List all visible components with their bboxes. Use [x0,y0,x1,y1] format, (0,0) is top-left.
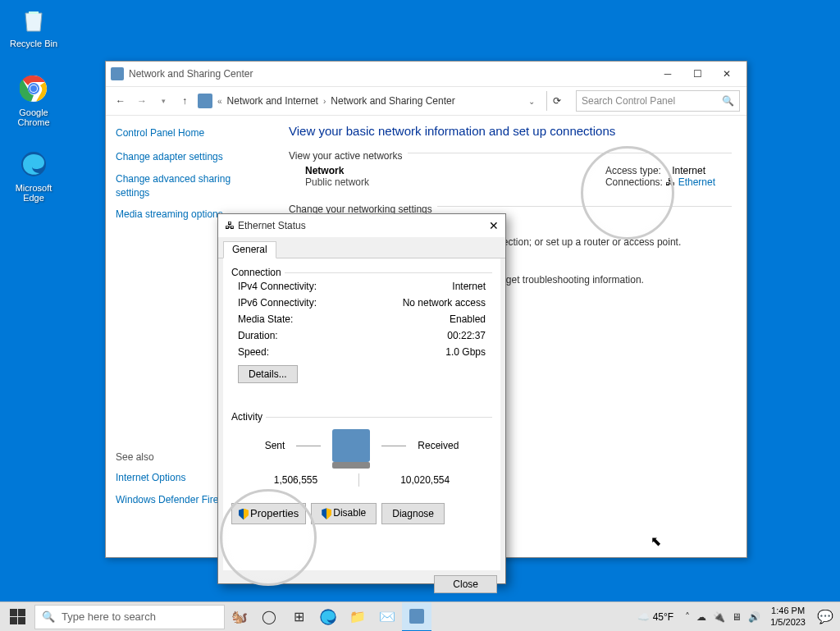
location-icon [198,94,212,108]
search-icon: 🔍 [42,610,55,623]
received-label: Received [418,440,459,451]
speed-value: 1.0 Gbps [445,346,486,358]
connections-label: Connections: [605,176,663,188]
network-type: Public network [305,176,369,188]
label: Google Chrome [17,107,49,127]
nav-bar: ← → ▾ ↑ « Network and Internet › Network… [106,86,746,116]
system-tray[interactable]: ˄ ☁ 🔌 🖥 🔊 [680,611,765,623]
chrome-icon [17,72,50,105]
minimize-button[interactable]: ─ [653,64,682,84]
close-button[interactable]: ✕ [712,64,742,84]
tray-onedrive-icon[interactable]: ☁ [696,611,706,623]
taskbar-explorer-icon[interactable]: 📁 [343,602,372,632]
connection-group-label: Connection [231,267,281,278]
recycle-bin-icon [17,3,50,36]
taskbar-mail-icon[interactable]: ✉️ [372,602,402,632]
ipv4-value: Internet [452,281,486,292]
desktop-icon-chrome[interactable]: Google Chrome [5,72,62,127]
clock-date: 1/5/2023 [770,617,806,628]
change-advanced-link[interactable]: Change advanced sharing settings [116,172,264,200]
back-button[interactable]: ← [112,95,129,107]
taskbar-weather[interactable]: ☁️45°F [631,611,680,623]
tab-general[interactable]: General [223,241,276,258]
taskbar-clock[interactable]: 1:46 PM 1/5/2023 [765,606,810,627]
weather-temp: 45°F [653,611,673,623]
search-placeholder: Search Control Panel [582,95,675,107]
search-icon: 🔍 [722,95,734,107]
label: Microsoft Edge [16,183,52,203]
chevron-icon: › [323,97,326,106]
desktop-icon-edge[interactable]: Microsoft Edge [5,148,62,203]
media-state-label: Media State: [238,313,293,325]
svg-point-3 [30,85,37,92]
network-name: Network [305,165,369,176]
taskbar: 🔍Type here to search 🐿️ ◯ ⊞ 📁 ✉️ ☁️45°F … [0,601,840,631]
taskbar-cortana-icon[interactable]: ◯ [254,602,284,632]
ethernet-link[interactable]: Ethernet [678,176,715,188]
bytes-received-value: 10,020,554 [400,474,450,486]
ethernet-icon: 🖧 [225,220,235,231]
chevron-icon: « [217,97,222,106]
clock-time: 1:46 PM [770,606,806,616]
close-button[interactable]: Close [434,575,497,593]
windows-icon [10,609,25,624]
access-type-label: Access type: [605,165,661,176]
activity-icon [332,429,370,462]
bytes-sent-value: 1,506,555 [274,474,317,486]
ethernet-status-dialog: 🖧 Ethernet Status ✕ General Connection I… [217,213,506,584]
address-bar[interactable]: « Network and Internet › Network and Sha… [198,94,535,108]
tray-network-icon[interactable]: 🖥 [732,611,742,623]
taskbar-edge-icon[interactable] [313,602,343,632]
start-button[interactable] [0,602,34,632]
ipv4-label: IPv4 Connectivity: [238,281,317,292]
active-networks-label: View your active networks [289,150,403,162]
dialog-title: Ethernet Status [238,220,489,231]
taskbar-search[interactable]: 🔍Type here to search [34,605,225,629]
label: Recycle Bin [10,39,57,48]
desktop-icon-recycle-bin[interactable]: Recycle Bin [5,3,62,48]
app-icon [111,67,124,80]
chevron-down-icon[interactable]: ⌄ [528,97,535,106]
change-adapter-link[interactable]: Change adapter settings [116,150,264,164]
ipv6-value: No network access [403,297,486,309]
ipv6-label: IPv6 Connectivity: [238,297,317,309]
breadcrumb-seg[interactable]: Network and Internet [227,95,318,107]
up-button[interactable]: ↑ [176,95,193,107]
search-placeholder: Type here to search [62,610,156,623]
search-input[interactable]: Search Control Panel 🔍 [576,90,740,112]
control-panel-home-link[interactable]: Control Panel Home [116,127,264,139]
recent-dropdown[interactable]: ▾ [155,97,171,105]
close-button[interactable]: ✕ [489,219,499,232]
refresh-button[interactable]: ⟳ [546,91,566,111]
details-button[interactable]: Details... [238,365,298,383]
diagnose-button[interactable]: Diagnose [381,503,445,524]
duration-label: Duration: [238,330,278,341]
access-type-value: Internet [672,165,705,176]
ethernet-icon: 🖧 [665,176,675,188]
taskbar-taskview-icon[interactable]: ⊞ [284,602,313,632]
taskbar-control-panel-icon[interactable] [402,602,431,632]
duration-value: 00:22:37 [447,330,486,341]
page-heading: View your basic network information and … [289,124,732,138]
shield-icon [322,508,331,519]
properties-button[interactable]: Properties [231,503,306,524]
activity-group-label: Activity [231,411,262,423]
window-title: Network and Sharing Center [129,68,653,80]
breadcrumb-seg[interactable]: Network and Sharing Center [331,95,454,107]
dialog-titlebar[interactable]: 🖧 Ethernet Status ✕ [218,214,505,237]
speed-label: Speed: [238,346,269,358]
tray-overflow-icon[interactable]: ˄ [685,611,690,623]
media-state-value: Enabled [450,313,486,325]
edge-icon [17,148,50,181]
tray-battery-icon[interactable]: 🔌 [713,611,725,623]
sent-label: Sent [265,440,285,451]
disable-button[interactable]: Disable [311,503,377,524]
shield-icon [239,509,249,520]
maximize-button[interactable]: ☐ [682,64,712,84]
forward-button[interactable]: → [134,95,150,107]
taskbar-notifications-icon[interactable]: 💬 [810,602,840,632]
taskbar-news-icon[interactable]: 🐿️ [225,602,254,632]
titlebar[interactable]: Network and Sharing Center ─ ☐ ✕ [106,62,746,86]
weather-icon: ☁️ [637,611,650,623]
tray-volume-icon[interactable]: 🔊 [748,611,760,623]
